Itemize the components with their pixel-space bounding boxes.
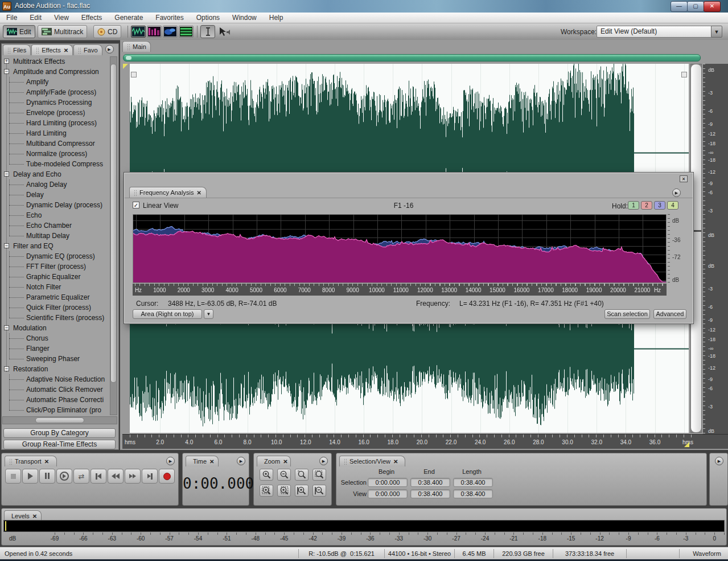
timeline-ruler[interactable]: hmshms2.04.06.08.010.012.014.016.018.020… xyxy=(122,434,728,449)
collapse-icon[interactable]: − xyxy=(4,171,9,177)
tree-effect-item[interactable]: Amplify/Fade (process) xyxy=(2,87,109,97)
scrub-tool-button[interactable] xyxy=(219,27,231,39)
display-corner-grip[interactable] xyxy=(131,72,137,77)
tree-category[interactable]: −Amplitude and Compression xyxy=(2,67,109,77)
tree-category[interactable]: −Modulation xyxy=(2,323,109,333)
selection-start-marker[interactable] xyxy=(123,64,128,69)
stop-button[interactable] xyxy=(5,469,21,484)
group-real-time-effects-button[interactable]: Group Real-Time Effects xyxy=(3,440,116,449)
zoom-out-horizontally-button[interactable] xyxy=(277,469,291,481)
tree-effect-item[interactable]: Hard Limiting (process) xyxy=(2,118,109,128)
hold-button-1[interactable]: 1 xyxy=(628,201,639,210)
hold-button-2[interactable]: 2 xyxy=(641,201,652,210)
tree-effect-item[interactable]: Analog Delay xyxy=(2,179,109,190)
advanced-button[interactable]: Advanced xyxy=(653,309,686,319)
waveform-horizontal-scrollbar-cap[interactable] xyxy=(125,55,132,60)
tree-category[interactable]: −Filter and EQ xyxy=(2,241,109,251)
rewind-button[interactable] xyxy=(108,469,124,484)
menu-favorites[interactable]: Favorites xyxy=(149,13,190,23)
play-button[interactable] xyxy=(22,469,38,484)
zoom-tab[interactable]: Zoom✕ xyxy=(257,456,291,466)
menu-options[interactable]: Options xyxy=(190,13,226,23)
go-to-beginning-button[interactable] xyxy=(91,469,106,484)
effects-tree[interactable]: +Multitrack Effects−Amplitude and Compre… xyxy=(2,56,109,415)
close-tab-icon[interactable]: ✕ xyxy=(209,458,214,465)
amplitude-ruler[interactable]: dB-3-6-9-12-18-∞-18-12-9-6-3dBdB-3-6-9-1… xyxy=(703,64,728,434)
tree-effect-item[interactable]: Chorus xyxy=(2,333,109,343)
workspace-dropdown[interactable]: Edit View (Default) xyxy=(597,26,718,38)
close-button[interactable]: ✕ xyxy=(704,1,721,12)
selection-view-begin-field[interactable]: 0:00.000 xyxy=(368,489,408,498)
selection-end-marker[interactable] xyxy=(684,442,689,447)
zoom-out-vertically-button[interactable] xyxy=(312,485,326,497)
menu-file[interactable]: File xyxy=(0,13,23,23)
effects-tree-vertical-scrollbar-thumb[interactable] xyxy=(110,64,117,383)
edit-view-button[interactable]: Edit xyxy=(3,25,35,38)
tree-effect-item[interactable]: Envelope (process) xyxy=(2,108,109,118)
cd-view-button[interactable]: CD xyxy=(93,25,121,38)
zoom-in-right-edge-button[interactable] xyxy=(277,485,291,497)
selection-view-end-field[interactable]: 0:38.400 xyxy=(410,489,450,498)
close-tab-icon[interactable]: ✕ xyxy=(32,513,37,519)
tree-effect-item[interactable]: Click/Pop Eliminator (pro xyxy=(2,405,109,415)
play-looped-button[interactable]: ⇄ xyxy=(73,469,89,484)
minimize-button[interactable]: — xyxy=(671,1,688,12)
display-mode-dropdown[interactable]: Area (Right on top) xyxy=(133,309,202,319)
pause-button[interactable] xyxy=(39,469,55,484)
collapse-icon[interactable]: − xyxy=(4,366,9,371)
hold-button-3[interactable]: 3 xyxy=(654,201,665,210)
zoom-in-left-edge-button[interactable] xyxy=(260,485,273,497)
tree-effect-item[interactable]: Delay xyxy=(2,190,109,200)
tab-effects[interactable]: Effects✕ xyxy=(31,44,73,55)
tree-effect-item[interactable]: Dynamic Delay (process) xyxy=(2,200,109,210)
selection-selection-length-field[interactable]: 0:38.400 xyxy=(453,478,493,487)
go-to-end-button[interactable] xyxy=(142,469,158,484)
linear-view-checkbox[interactable]: ✓ xyxy=(133,202,139,208)
tree-effect-item[interactable]: Normalize (process) xyxy=(2,149,109,159)
tree-effect-item[interactable]: Sweeping Phaser xyxy=(2,354,109,364)
panel-menu-button[interactable]: ▶ xyxy=(237,457,245,465)
close-tab-icon[interactable]: ✕ xyxy=(196,190,201,196)
menu-help[interactable]: Help xyxy=(263,13,290,23)
close-tab-icon[interactable]: ✕ xyxy=(44,458,49,465)
tree-effect-item[interactable]: Quick Filter (process) xyxy=(2,302,109,313)
expand-icon[interactable]: + xyxy=(4,59,9,64)
tree-effect-item[interactable]: Automatic Click Remover xyxy=(2,384,109,395)
frequency-window-close-icon[interactable]: ✕ xyxy=(680,175,688,182)
view-waveform-button[interactable] xyxy=(131,26,146,38)
display-mode-dropdown-arrow-icon[interactable]: ▼ xyxy=(204,309,213,319)
tree-category[interactable]: −Restoration xyxy=(2,364,109,374)
tree-effect-item[interactable]: Scientific Filters (process) xyxy=(2,313,109,323)
zoom-full-button[interactable] xyxy=(295,469,309,481)
multitrack-view-button[interactable]: Multitrack xyxy=(38,25,87,38)
menu-edit[interactable]: Edit xyxy=(23,13,48,23)
time-selection-tool-button[interactable] xyxy=(200,25,215,38)
menu-view[interactable]: View xyxy=(48,13,75,23)
tree-effect-item[interactable]: Hard Limiting xyxy=(2,128,109,138)
panel-menu-button[interactable]: ▶ xyxy=(715,457,723,465)
tree-effect-item[interactable]: Echo Chamber xyxy=(2,220,109,231)
tree-category[interactable]: +Multitrack Effects xyxy=(2,56,109,67)
play-from-cursor-button[interactable] xyxy=(56,469,72,484)
collapse-icon[interactable]: − xyxy=(4,243,9,248)
view-spectral-phase-button[interactable] xyxy=(179,26,194,38)
tree-effect-item[interactable]: Flanger xyxy=(2,343,109,354)
collapse-icon[interactable]: − xyxy=(4,325,9,330)
tree-effect-item[interactable]: Amplify xyxy=(2,77,109,87)
time-display[interactable]: 0:00.000 xyxy=(183,475,250,492)
hold-button-4[interactable]: 4 xyxy=(667,201,678,210)
display-corner-grip[interactable] xyxy=(681,72,687,77)
panel-menu-button[interactable]: ▶ xyxy=(166,457,175,465)
collapse-icon[interactable]: − xyxy=(4,69,9,74)
menu-effects[interactable]: Effects xyxy=(75,13,108,23)
zoom-in-horizontally-button[interactable] xyxy=(260,469,273,481)
time-tab[interactable]: Time✕ xyxy=(186,456,219,466)
menu-generate[interactable]: Generate xyxy=(108,13,149,23)
frequency-analysis-tab[interactable]: Frequency Analysis ✕ xyxy=(129,187,207,198)
close-tab-icon[interactable]: ✕ xyxy=(393,458,398,465)
selection-view-tab[interactable]: Selection/View✕ xyxy=(339,456,405,466)
transport-tab[interactable]: Transport✕ xyxy=(5,456,57,466)
tree-effect-item[interactable]: Echo xyxy=(2,210,109,220)
main-file-tab[interactable]: Main xyxy=(122,41,151,52)
tab-files[interactable]: Files xyxy=(3,44,31,55)
